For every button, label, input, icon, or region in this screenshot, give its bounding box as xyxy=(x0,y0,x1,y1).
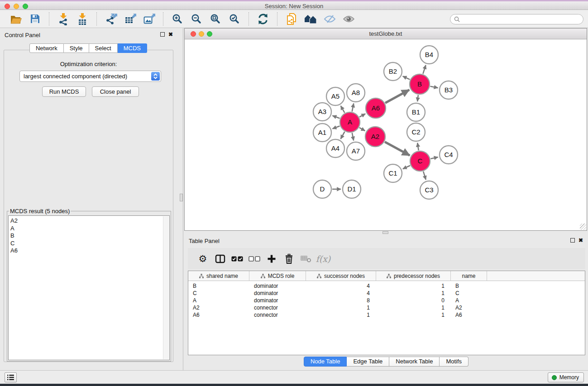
graph-node-C3[interactable]: C3 xyxy=(420,181,438,199)
close-panel-icon[interactable]: ✖ xyxy=(578,238,583,243)
mcds-result-list[interactable]: A2ABCA6 xyxy=(8,215,170,360)
tab-motifs[interactable]: Motifs xyxy=(440,357,468,367)
graph-edge-A-A4[interactable] xyxy=(341,132,345,139)
export-image-icon[interactable] xyxy=(141,11,157,27)
column-header-mcds-role[interactable]: MCDS role xyxy=(249,271,306,281)
graph-node-B[interactable]: B xyxy=(410,74,430,94)
graph-edge-A-A8[interactable] xyxy=(352,104,354,112)
graph-node-B1[interactable]: B1 xyxy=(407,103,425,121)
column-header-predecessor-nodes[interactable]: predecessor nodes xyxy=(376,271,451,281)
graph-edge-B-B4[interactable] xyxy=(423,65,425,74)
memory-button[interactable]: Memory xyxy=(548,372,584,382)
network-canvas[interactable]: B4B2BB3A5A8A6B1A3AA1C2A2A4A7C4CC1C3DD1 xyxy=(185,39,587,230)
import-network-icon[interactable] xyxy=(55,11,72,27)
graph-node-D1[interactable]: D1 xyxy=(343,180,361,198)
graph-edge-C-C3[interactable] xyxy=(423,172,426,180)
graph-edge-A-A2[interactable] xyxy=(359,128,365,131)
graph-edge-A-A1[interactable] xyxy=(333,126,340,129)
graph-node-A6[interactable]: A6 xyxy=(366,98,386,118)
float-panel-icon[interactable] xyxy=(160,32,165,37)
folder-open-icon[interactable] xyxy=(8,11,24,27)
close-panel-icon[interactable]: ✖ xyxy=(168,32,173,37)
tab-mcds[interactable]: MCDS xyxy=(118,43,147,53)
graph-node-C4[interactable]: C4 xyxy=(440,146,458,164)
column-header-successor-nodes[interactable]: successor nodes xyxy=(306,271,376,281)
tab-select[interactable]: Select xyxy=(89,43,118,53)
graph-edge-B-B2[interactable] xyxy=(403,76,410,79)
search-field[interactable] xyxy=(450,14,583,24)
checked-boxes-icon[interactable] xyxy=(229,251,245,267)
graph-edge-A-A6[interactable] xyxy=(359,114,365,117)
graph-node-C2[interactable]: C2 xyxy=(407,123,425,141)
mcds-result-item[interactable]: C xyxy=(10,240,169,248)
houses-icon[interactable] xyxy=(302,11,319,27)
search-input[interactable] xyxy=(462,16,583,23)
graph-edge-C-C4[interactable] xyxy=(430,157,438,159)
trash-icon[interactable] xyxy=(281,251,297,267)
mcds-result-item[interactable]: A6 xyxy=(10,247,169,255)
graph-edge-A6-B[interactable] xyxy=(385,90,409,103)
tab-edge-table[interactable]: Edge Table xyxy=(347,357,389,367)
float-panel-icon[interactable] xyxy=(570,238,575,243)
window-resize-grip[interactable] xyxy=(580,224,586,230)
graph-edge-A-A7[interactable] xyxy=(352,133,354,141)
graph-edge-A2-C[interactable] xyxy=(385,142,410,156)
zoom-in-icon[interactable] xyxy=(169,11,186,27)
mcds-result-item[interactable]: A2 xyxy=(10,217,169,225)
export-table-icon[interactable] xyxy=(122,11,138,27)
graph-node-B2[interactable]: B2 xyxy=(384,62,402,81)
table-row[interactable]: A6connector11A6 xyxy=(188,311,585,319)
column-header-name[interactable]: name xyxy=(451,271,487,281)
dropdown-stepper-icon[interactable] xyxy=(151,72,160,81)
vertical-splitter[interactable] xyxy=(183,28,183,370)
refresh-icon[interactable] xyxy=(255,11,271,27)
tab-network[interactable]: Network xyxy=(29,43,64,53)
eye-icon[interactable] xyxy=(340,11,357,27)
graph-node-B4[interactable]: B4 xyxy=(420,46,438,64)
tab-node-table[interactable]: Node Table xyxy=(304,357,347,367)
graph-edge-A-A3[interactable] xyxy=(333,116,340,119)
graph-node-A[interactable]: A xyxy=(340,112,360,132)
table-row[interactable]: A2connector11A2 xyxy=(188,304,585,311)
graph-node-A7[interactable]: A7 xyxy=(347,142,365,160)
graph-node-C[interactable]: C xyxy=(410,151,430,171)
close-panel-button[interactable]: Close panel xyxy=(92,86,139,97)
plus-icon[interactable] xyxy=(263,251,280,267)
tab-network-table[interactable]: Network Table xyxy=(389,357,440,367)
columns-icon[interactable] xyxy=(212,251,228,267)
scrollbar-track[interactable] xyxy=(163,216,169,359)
criterion-dropdown[interactable]: largest connected component (directed) xyxy=(19,71,161,82)
save-icon[interactable] xyxy=(27,11,43,27)
zoom-out-icon[interactable] xyxy=(188,11,205,27)
zoom-fit-icon[interactable] xyxy=(207,11,224,27)
graph-edge-C-C1[interactable] xyxy=(403,166,410,169)
graph-node-A5[interactable]: A5 xyxy=(326,87,344,105)
graph-edge-B-B1[interactable] xyxy=(417,95,418,101)
zoom-selected-icon[interactable] xyxy=(226,11,243,27)
graph-node-B3[interactable]: B3 xyxy=(440,81,458,99)
vertical-splitter-grip[interactable] xyxy=(180,194,183,201)
unchecked-boxes-icon[interactable] xyxy=(246,251,263,267)
eye-slash-icon[interactable] xyxy=(321,11,338,27)
mcds-result-item[interactable]: B xyxy=(10,232,169,240)
graph-edge-A-A5[interactable] xyxy=(341,106,345,113)
table-row[interactable]: Cdominator41C xyxy=(188,290,585,297)
gear-icon[interactable]: ⚙ xyxy=(195,251,211,267)
graph-node-C1[interactable]: C1 xyxy=(384,164,402,182)
run-mcds-button[interactable]: Run MCDS xyxy=(42,86,86,97)
tab-style[interactable]: Style xyxy=(64,43,89,53)
column-header-shared-name[interactable]: shared name xyxy=(188,271,249,281)
graph-node-A8[interactable]: A8 xyxy=(347,84,365,102)
graph-node-A3[interactable]: A3 xyxy=(313,103,331,121)
table-row[interactable]: Adominator80A xyxy=(188,297,585,304)
import-table-icon[interactable] xyxy=(74,11,91,27)
graph-edge-C-C2[interactable] xyxy=(417,143,418,150)
graph-node-A4[interactable]: A4 xyxy=(326,139,344,157)
task-history-button[interactable] xyxy=(5,372,17,382)
graph-node-D[interactable]: D xyxy=(313,180,331,198)
graph-edge-B-B3[interactable] xyxy=(430,86,438,88)
export-network-icon[interactable] xyxy=(103,11,119,27)
table-row[interactable]: Bdominator41B xyxy=(188,282,585,290)
mcds-result-item[interactable]: A xyxy=(10,225,169,233)
documents-share-icon[interactable] xyxy=(283,11,300,27)
